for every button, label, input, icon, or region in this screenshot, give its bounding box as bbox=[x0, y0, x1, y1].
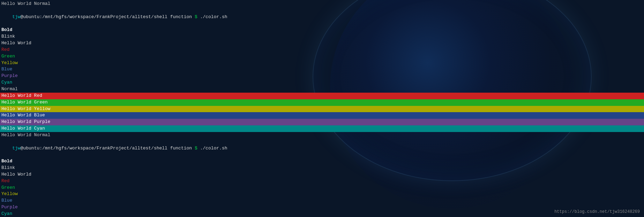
line-purple-1: Purple bbox=[0, 73, 644, 79]
line-blink-2: Blink bbox=[0, 165, 644, 171]
bg-line-yellow-1: Hello World Yellow bbox=[0, 106, 644, 113]
prev-normal-line: Hello World Normal bbox=[0, 1, 644, 7]
bg-line-red-1: Hello World Red bbox=[0, 93, 644, 99]
bg-line-cyan-1: Hello World Cyan bbox=[0, 125, 644, 132]
line-purple-2: Purple bbox=[0, 204, 644, 211]
line-blink-1: Blink bbox=[0, 33, 644, 40]
line-green-1: Green bbox=[0, 53, 644, 60]
bg-line-blue-1: Hello World Blue bbox=[0, 112, 644, 119]
line-yellow-1: Yellow bbox=[0, 60, 644, 67]
line-yellow-2: Yellow bbox=[0, 191, 644, 197]
prompt-dollar-1: $ bbox=[192, 14, 197, 20]
line-red-1: Red bbox=[0, 47, 644, 53]
line-hello-2: Hello World bbox=[0, 171, 644, 178]
line-bold-1: Bold bbox=[0, 27, 644, 33]
line-normal-1: Normal bbox=[0, 86, 644, 93]
line-cyan-1: Cyan bbox=[0, 79, 644, 86]
prompt-dollar-2: $ bbox=[192, 146, 197, 151]
line-blue-1: Blue bbox=[0, 66, 644, 73]
prompt-path-1: @ubuntu:/mnt/hgfs/workspace/FrankProject… bbox=[21, 14, 192, 20]
terminal-output: Hello World Normal tjw@ubuntu:/mnt/hgfs/… bbox=[0, 0, 644, 217]
prompt-user-2: tjw bbox=[12, 146, 20, 151]
line-green-2: Green bbox=[0, 185, 644, 191]
line-red-2: Red bbox=[0, 178, 644, 185]
line-hw-normal-1: Hello World Normal bbox=[0, 132, 644, 139]
line-hello-1: Hello World bbox=[0, 40, 644, 47]
watermark: https://blog.csdn.net/tjw316248269 bbox=[554, 209, 640, 214]
prompt-path-2: @ubuntu:/mnt/hgfs/workspace/FrankProject… bbox=[21, 146, 192, 151]
line-cyan-2: Cyan bbox=[0, 211, 644, 217]
line-bold-2: Bold bbox=[0, 158, 644, 165]
prompt-line-1: tjw@ubuntu:/mnt/hgfs/workspace/FrankProj… bbox=[0, 7, 644, 27]
line-blue-2: Blue bbox=[0, 197, 644, 204]
prompt-cmd-1: ./color.sh bbox=[197, 14, 227, 20]
bg-line-purple-1: Hello World Purple bbox=[0, 119, 644, 125]
prompt-line-2: tjw@ubuntu:/mnt/hgfs/workspace/FrankProj… bbox=[0, 139, 644, 158]
prompt-cmd-2: ./color.sh bbox=[197, 146, 227, 151]
prompt-user-1: tjw bbox=[12, 14, 20, 20]
bg-line-green-1: Hello World Green bbox=[0, 99, 644, 106]
